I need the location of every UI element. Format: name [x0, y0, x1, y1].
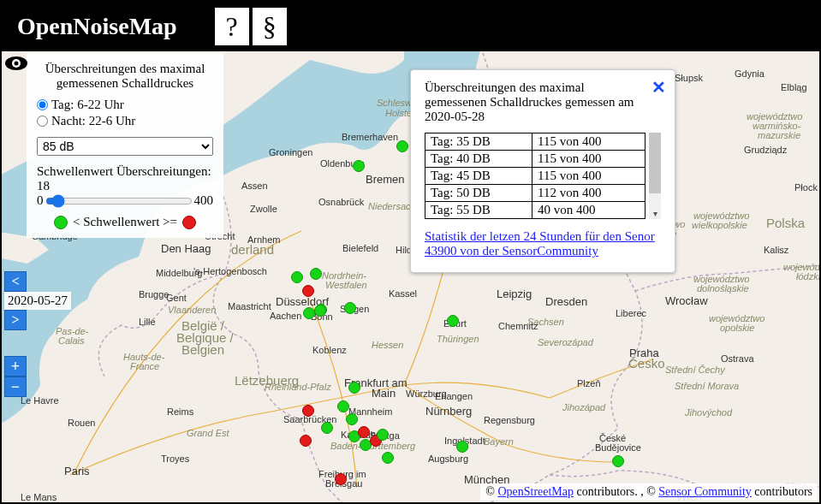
svg-text:Erlangen: Erlangen: [435, 391, 473, 401]
svg-text:Lille: Lille: [139, 317, 156, 327]
svg-text:Jihovýchod: Jihovýchod: [684, 407, 733, 418]
sensor-marker[interactable]: [302, 405, 314, 417]
svg-text:Ostrava: Ostrava: [721, 353, 754, 364]
svg-text:Budějovice: Budějovice: [595, 442, 641, 453]
cell-tag: Tag: 45 DB: [425, 168, 532, 185]
sensor-marker[interactable]: [396, 140, 408, 152]
sensor-marker[interactable]: [358, 426, 370, 438]
sensor-marker[interactable]: [335, 473, 347, 485]
svg-text:Vlaanderen: Vlaanderen: [168, 305, 216, 315]
svg-text:Thüringen: Thüringen: [437, 334, 479, 344]
cell-count: 115 von 400: [532, 133, 645, 151]
close-icon[interactable]: ✕: [651, 77, 666, 98]
sensor-marker[interactable]: [302, 285, 314, 297]
svg-text:Troyes: Troyes: [161, 454, 190, 464]
svg-text:Belgien: Belgien: [181, 342, 224, 357]
svg-text:Słupsk: Słupsk: [675, 73, 704, 83]
sensor-marker[interactable]: [291, 271, 303, 283]
svg-text:Kalisz: Kalisz: [764, 245, 789, 255]
svg-text:Regensburg: Regensburg: [484, 415, 535, 425]
threshold-slider[interactable]: [45, 194, 193, 208]
radio-night[interactable]: [37, 116, 48, 127]
sensor-marker[interactable]: [337, 400, 349, 412]
sensor-marker[interactable]: [377, 429, 389, 441]
scroll-down-icon[interactable]: ▾: [649, 207, 661, 219]
sensor-marker[interactable]: [447, 315, 459, 327]
db-select[interactable]: 85 dB: [37, 137, 213, 156]
sensor-marker[interactable]: [456, 441, 468, 453]
cell-tag: Tag: 35 DB: [425, 133, 532, 151]
sensor-marker[interactable]: [382, 452, 394, 464]
cell-tag: Tag: 40 DB: [425, 151, 532, 168]
legal-button[interactable]: §: [253, 8, 287, 45]
svg-text:Praha: Praha: [629, 347, 659, 359]
svg-text:Chemnitz: Chemnitz: [498, 321, 538, 331]
map-attribution: © OpenStreetMap contributors. , © Sensor…: [480, 483, 818, 501]
popup-table: Tag: 35 DB115 von 400Tag: 40 DB115 von 4…: [425, 133, 645, 219]
svg-text:opolskie: opolskie: [720, 323, 754, 333]
sensor-marker[interactable]: [346, 413, 358, 425]
svg-text:Bremerhaven: Bremerhaven: [342, 132, 398, 142]
stats-link[interactable]: Statistik der letzen 24 Stunden für den …: [425, 229, 655, 258]
svg-text:dolnośląskie: dolnośląskie: [697, 283, 749, 294]
sensor-marker[interactable]: [303, 307, 315, 319]
svg-text:Main: Main: [372, 387, 396, 400]
radio-day[interactable]: [37, 99, 48, 110]
cell-count: 112 von 400: [532, 185, 645, 202]
svg-text:Paris: Paris: [64, 465, 90, 477]
zoom-out-button[interactable]: −: [4, 377, 27, 397]
app-title: OpenNoiseMap: [17, 13, 177, 40]
date-label: 2020-05-27: [4, 292, 71, 310]
svg-text:Liberec: Liberec: [616, 308, 647, 318]
popup-scrollbar[interactable]: ▾: [649, 133, 661, 219]
radio-night-label: Nacht: 22-6 Uhr: [51, 114, 135, 128]
sensor-marker[interactable]: [314, 305, 326, 317]
svg-text:Maastricht: Maastricht: [228, 301, 271, 311]
svg-text:Nürnberg: Nürnberg: [425, 405, 472, 418]
svg-text:Elbląg: Elbląg: [781, 82, 807, 92]
svg-text:Reims: Reims: [167, 406, 194, 417]
svg-text:Plzeň: Plzeň: [577, 378, 601, 388]
toggle-panel-icon[interactable]: [3, 54, 29, 76]
cell-count: 115 von 400: [532, 151, 645, 168]
svg-text:Grand Est: Grand Est: [187, 428, 229, 438]
zoom-in-button[interactable]: +: [4, 356, 27, 377]
sensor-marker[interactable]: [348, 382, 360, 394]
table-row: Tag: 50 DB112 von 400: [425, 185, 645, 202]
svg-text:Den Haag: Den Haag: [161, 242, 211, 255]
sensor-marker[interactable]: [612, 455, 624, 467]
zoom-control: + −: [4, 356, 27, 397]
date-prev-button[interactable]: <: [4, 271, 27, 292]
svg-text:Bayern: Bayern: [484, 436, 514, 447]
radio-day-label: Tag: 6-22 Uhr: [51, 98, 124, 112]
sensor-marker[interactable]: [300, 435, 312, 447]
osm-link[interactable]: OpenStreetMap: [497, 485, 574, 498]
legend: < Schwellenwert >=: [37, 215, 213, 229]
svg-text:łódzkie: łódzkie: [796, 271, 819, 282]
cell-tag: Tag: 50 DB: [425, 185, 532, 202]
svg-text:Calais: Calais: [58, 335, 85, 346]
svg-text:Rouen: Rouen: [68, 418, 95, 428]
sensorcommunity-link[interactable]: Sensor Community: [658, 485, 752, 498]
svg-text:Gdynia: Gdynia: [735, 68, 765, 79]
sensor-marker[interactable]: [344, 302, 356, 314]
date-nav: < 2020-05-27 >: [4, 271, 71, 330]
svg-text:Bielefeld: Bielefeld: [342, 243, 378, 253]
radio-day-row[interactable]: Tag: 6-22 Uhr: [37, 98, 213, 112]
svg-text:Grudziądz: Grudziądz: [744, 145, 788, 155]
date-next-button[interactable]: >: [4, 310, 27, 330]
sensor-marker[interactable]: [353, 160, 365, 172]
svg-text:Gent: Gent: [166, 293, 187, 303]
svg-text:Wrocław: Wrocław: [665, 294, 708, 307]
table-row: Tag: 40 DB115 von 400: [425, 151, 645, 168]
sensor-marker[interactable]: [321, 422, 333, 434]
help-button[interactable]: ?: [215, 8, 249, 45]
svg-text:Assen: Assen: [241, 181, 268, 191]
sensor-marker[interactable]: [310, 268, 322, 280]
map-area[interactable]: Cambridge Den Haag Utrecht Zwolle Arnhem…: [2, 51, 819, 502]
svg-text:Brugge: Brugge: [139, 289, 169, 299]
table-row: Tag: 45 DB115 von 400: [425, 168, 645, 185]
radio-night-row[interactable]: Nacht: 22-6 Uhr: [37, 114, 213, 128]
svg-text:Płock: Płock: [794, 182, 818, 193]
svg-text:Augsburg: Augsburg: [428, 454, 468, 464]
